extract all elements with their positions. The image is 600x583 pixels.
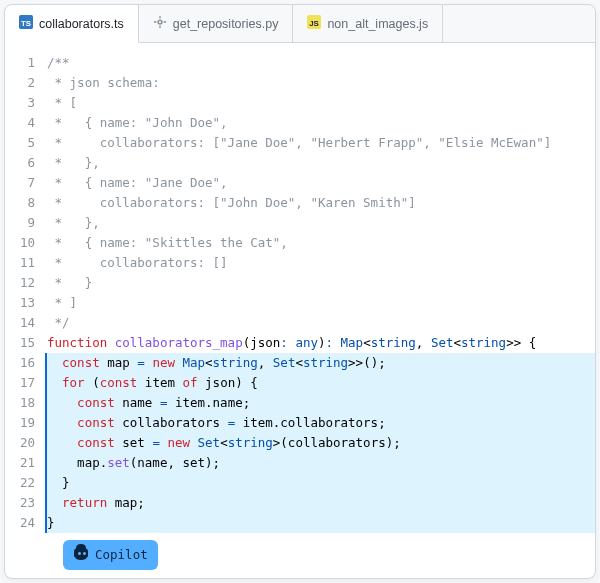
line-number: 13 bbox=[5, 293, 35, 313]
editor-container: TScollaborators.tsget_repositories.pyJSn… bbox=[4, 4, 596, 579]
line-number: 24 bbox=[5, 513, 35, 533]
code-line[interactable]: */ bbox=[47, 313, 595, 333]
code-line[interactable]: * collaborators: [] bbox=[47, 253, 595, 273]
code-line[interactable]: * } bbox=[47, 273, 595, 293]
line-number: 22 bbox=[5, 473, 35, 493]
code-line[interactable]: * }, bbox=[47, 213, 595, 233]
code-line[interactable]: * collaborators: ["John Doe", "Karen Smi… bbox=[47, 193, 595, 213]
tab-collaborators-ts[interactable]: TScollaborators.ts bbox=[5, 5, 139, 43]
line-number: 19 bbox=[5, 413, 35, 433]
code-line[interactable]: * { name: "Skittles the Cat", bbox=[47, 233, 595, 253]
line-number: 7 bbox=[5, 173, 35, 193]
code-line[interactable]: /** bbox=[47, 53, 595, 73]
ts-file-icon: TS bbox=[19, 15, 33, 32]
line-number: 2 bbox=[5, 73, 35, 93]
code-line[interactable]: * ] bbox=[47, 293, 595, 313]
code-line[interactable]: } bbox=[47, 473, 595, 493]
line-number: 6 bbox=[5, 153, 35, 173]
line-number: 11 bbox=[5, 253, 35, 273]
py-file-icon bbox=[153, 15, 167, 32]
code-area[interactable]: 123456789101112131415161718192021222324 … bbox=[5, 43, 595, 578]
line-number: 10 bbox=[5, 233, 35, 253]
svg-text:TS: TS bbox=[21, 19, 31, 28]
line-number: 20 bbox=[5, 433, 35, 453]
code-line[interactable]: * { name: "John Doe", bbox=[47, 113, 595, 133]
tab-bar: TScollaborators.tsget_repositories.pyJSn… bbox=[5, 5, 595, 43]
code-line[interactable]: map.set(name, set); bbox=[47, 453, 595, 473]
code-line[interactable]: * { name: "Jane Doe", bbox=[47, 173, 595, 193]
line-number: 1 bbox=[5, 53, 35, 73]
code-line[interactable]: * json schema: bbox=[47, 73, 595, 93]
line-number: 3 bbox=[5, 93, 35, 113]
code-line[interactable]: function collaborators_map(json: any): M… bbox=[47, 333, 595, 353]
code-line[interactable]: * [ bbox=[47, 93, 595, 113]
line-number: 8 bbox=[5, 193, 35, 213]
line-number: 5 bbox=[5, 133, 35, 153]
code-line[interactable]: const name = item.name; bbox=[47, 393, 595, 413]
copilot-suggestion-badge[interactable]: Copilot bbox=[63, 540, 158, 570]
code-line[interactable]: return map; bbox=[47, 493, 595, 513]
line-number: 23 bbox=[5, 493, 35, 513]
line-number: 12 bbox=[5, 273, 35, 293]
code-line[interactable]: const set = new Set<string>(collaborator… bbox=[47, 433, 595, 453]
code-line[interactable]: } bbox=[47, 513, 595, 533]
line-number: 18 bbox=[5, 393, 35, 413]
line-number: 9 bbox=[5, 213, 35, 233]
svg-point-3 bbox=[159, 21, 161, 23]
code-line[interactable]: for (const item of json) { bbox=[47, 373, 595, 393]
tab-label: get_repositories.py bbox=[173, 17, 279, 31]
code-line[interactable]: * collaborators: ["Jane Doe", "Herbert F… bbox=[47, 133, 595, 153]
copilot-label: Copilot bbox=[95, 545, 148, 565]
line-number: 15 bbox=[5, 333, 35, 353]
line-number: 21 bbox=[5, 453, 35, 473]
svg-text:JS: JS bbox=[310, 19, 320, 28]
tab-get_repositories-py[interactable]: get_repositories.py bbox=[139, 5, 294, 42]
code-line[interactable]: * }, bbox=[47, 153, 595, 173]
line-number-gutter: 123456789101112131415161718192021222324 bbox=[5, 53, 47, 578]
line-number: 14 bbox=[5, 313, 35, 333]
line-number: 17 bbox=[5, 373, 35, 393]
line-number: 16 bbox=[5, 353, 35, 373]
tab-non_alt_images-js[interactable]: JSnon_alt_images.js bbox=[293, 5, 443, 42]
line-number: 4 bbox=[5, 113, 35, 133]
code-line[interactable]: const map = new Map<string, Set<string>>… bbox=[47, 353, 595, 373]
code-lines[interactable]: /** * json schema: * [ * { name: "John D… bbox=[47, 53, 595, 578]
js-file-icon: JS bbox=[307, 15, 321, 32]
copilot-icon bbox=[73, 544, 89, 566]
tab-label: collaborators.ts bbox=[39, 17, 124, 31]
tab-label: non_alt_images.js bbox=[327, 17, 428, 31]
code-line[interactable]: const collaborators = item.collaborators… bbox=[47, 413, 595, 433]
